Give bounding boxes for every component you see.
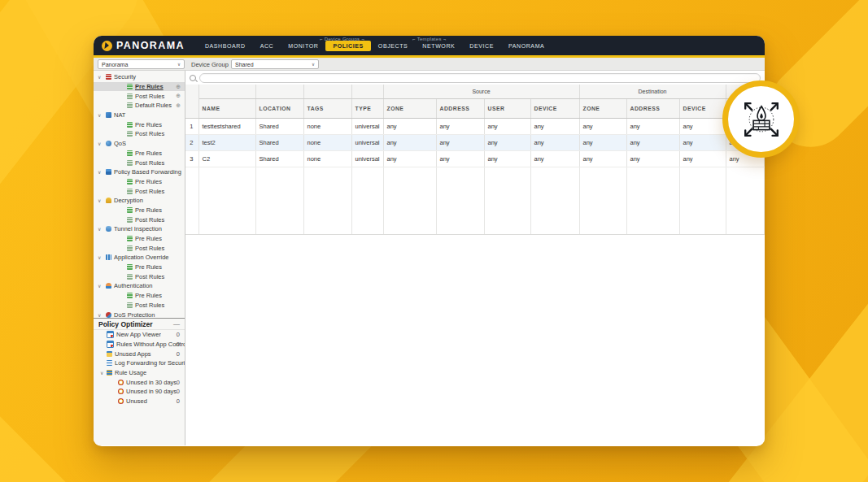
chevron-down-icon[interactable]	[100, 370, 107, 376]
tab-policies[interactable]: POLICIES	[325, 41, 370, 51]
device-groups-bracket-label: ⌐ Device Groups ¬	[320, 37, 364, 41]
tree-item-qos[interactable]: QoS	[94, 139, 185, 149]
top-nav-bar: PANORAMA DASHBOARDACCMONITORPOLICIESOBJE…	[94, 36, 765, 55]
tree-item-authentication[interactable]: Authentication	[94, 281, 185, 291]
tab-network[interactable]: NETWORK	[415, 41, 462, 51]
tree-item-pre-rules[interactable]: Pre Rules	[94, 263, 185, 272]
policy-optimizer-list: New App Viewer 0 Rules Without App Contr…	[94, 330, 185, 406]
device-group-select[interactable]: Shared ∨	[231, 59, 319, 69]
tree-item-pre-rules[interactable]: Pre Rules	[94, 291, 185, 301]
rules-main-panel: Source Destination NAME LOCATION TAGS TY…	[185, 71, 765, 445]
table-row[interactable]: 2 test2 Shared none universal any any an…	[185, 135, 765, 151]
tab-acc[interactable]: ACC	[253, 41, 281, 51]
tree-item-tunnel-inspection[interactable]: Tunnel Inspection	[94, 224, 185, 234]
optimizer-item-log-forwarding-for-security-se[interactable]: Log Forwarding for Security Se	[94, 358, 185, 368]
tree-item-nat[interactable]: NAT	[94, 111, 185, 120]
tab-objects[interactable]: OBJECTS	[371, 41, 415, 51]
tree-item-post-rules[interactable]: Post Rules	[94, 91, 185, 101]
col-src-device[interactable]: DEVICE	[530, 99, 579, 119]
chevron-down-icon[interactable]	[98, 141, 106, 146]
table-row[interactable]: 1 testtestshared Shared none universal a…	[185, 119, 765, 135]
plus-circle-icon[interactable]	[176, 84, 181, 90]
policy-sidebar: Security Pre Rules Post Rules	[94, 71, 185, 445]
tree-item-policy-based-forwarding[interactable]: Policy Based Forwarding	[94, 167, 185, 177]
tree-item-pre-rules[interactable]: Pre Rules	[94, 206, 185, 215]
collapse-icon[interactable]: —	[173, 320, 180, 328]
tree-item-post-rules[interactable]: Post Rules	[94, 243, 185, 253]
tree-item-dos-protection[interactable]: DoS Protection	[94, 310, 185, 318]
rule-name-link[interactable]: C2	[198, 151, 255, 167]
chevron-down-icon[interactable]	[98, 226, 106, 232]
tree-item-pre-rules[interactable]: Pre Rules	[94, 82, 185, 92]
device-group-label: Device Group	[191, 61, 229, 68]
rule-name-link[interactable]: testtestshared	[198, 119, 255, 135]
tree-item-post-rules[interactable]: Post Rules	[94, 186, 185, 196]
tree-item-pre-rules[interactable]: Pre Rules	[94, 149, 185, 158]
col-dst-device[interactable]: DEVICE	[679, 99, 726, 119]
chevron-down-icon[interactable]	[98, 169, 106, 175]
panorama-logo-icon	[102, 41, 112, 51]
optimizer-item-unused[interactable]: Unused 0	[94, 397, 185, 406]
col-location[interactable]: LOCATION	[255, 99, 303, 119]
table-group-header-row: Source Destination	[185, 85, 765, 99]
plus-circle-icon[interactable]	[176, 102, 181, 109]
col-dst-address[interactable]: ADDRESS	[626, 99, 679, 119]
table-row[interactable]: 3 C2 Shared none universal any any any a…	[185, 151, 765, 167]
tree-item-default-rules[interactable]: Default Rules	[94, 101, 185, 111]
optimizer-icon	[107, 331, 114, 338]
table-empty-area	[185, 167, 765, 235]
tree-item-security[interactable]: Security	[94, 72, 185, 82]
col-name[interactable]: NAME	[198, 99, 255, 119]
optimizer-icon	[107, 360, 112, 366]
tree-item-pre-rules[interactable]: Pre Rules	[94, 177, 185, 187]
col-src-zone[interactable]: ZONE	[383, 99, 436, 119]
optimizer-item-rules-without-app-controls[interactable]: Rules Without App Controls 0	[94, 340, 185, 350]
optimizer-item-unused-apps[interactable]: Unused Apps 0	[94, 349, 185, 358]
chevron-down-icon[interactable]	[98, 254, 106, 260]
tab-device[interactable]: DEVICE	[462, 41, 501, 51]
context-select[interactable]: Panorama ∨	[98, 59, 185, 69]
tree-item-post-rules[interactable]: Post Rules	[94, 215, 185, 224]
tags-link[interactable]: none	[303, 119, 351, 135]
tab-panorama[interactable]: PANORAMA	[501, 41, 552, 51]
firewall-badge	[722, 80, 800, 158]
optimizer-item-unused-in-90-days[interactable]: Unused in 90 days 0	[94, 387, 185, 397]
tree-item-post-rules[interactable]: Post Rules	[94, 129, 185, 139]
context-toolbar: Panorama ∨ Device Group Shared ∨	[94, 58, 765, 71]
table-column-header-row: NAME LOCATION TAGS TYPE ZONE ADDRESS USE…	[185, 99, 765, 119]
chevron-down-icon[interactable]	[98, 283, 106, 289]
tags-link[interactable]: none	[303, 151, 351, 167]
tags-link[interactable]: none	[303, 135, 351, 151]
tree-icon	[127, 274, 133, 280]
chevron-down-icon[interactable]	[98, 74, 106, 80]
tab-dashboard[interactable]: DASHBOARD	[198, 41, 253, 51]
count-badge: 0	[177, 388, 180, 395]
col-src-user[interactable]: USER	[484, 99, 530, 119]
tab-monitor[interactable]: MONITOR	[281, 41, 325, 51]
plus-circle-icon[interactable]	[176, 93, 181, 99]
tree-item-post-rules[interactable]: Post Rules	[94, 271, 185, 281]
optimizer-item-unused-in-30-days[interactable]: Unused in 30 days 0	[94, 377, 185, 387]
count-badge: 0	[177, 397, 180, 405]
col-type[interactable]: TYPE	[351, 99, 383, 119]
chevron-down-icon[interactable]	[98, 112, 106, 118]
tree-item-decryption[interactable]: Decryption	[94, 196, 185, 206]
panorama-window: PANORAMA DASHBOARDACCMONITORPOLICIESOBJE…	[94, 36, 765, 446]
tree-item-post-rules[interactable]: Post Rules	[94, 301, 185, 310]
optimizer-item-rule-usage[interactable]: Rule Usage	[94, 368, 185, 378]
search-input[interactable]	[199, 73, 761, 83]
tree-item-pre-rules[interactable]: Pre Rules	[94, 234, 185, 244]
tree-item-pre-rules[interactable]: Pre Rules	[94, 119, 185, 129]
col-tags[interactable]: TAGS	[303, 99, 351, 119]
chevron-down-icon[interactable]	[98, 198, 106, 203]
col-dst-zone[interactable]: ZONE	[579, 99, 626, 119]
chevron-down-icon[interactable]	[98, 312, 106, 318]
rule-name-link[interactable]: test2	[198, 135, 255, 151]
tree-icon	[127, 264, 133, 270]
tree-item-application-override[interactable]: Application Override	[94, 253, 185, 263]
tree-icon	[106, 226, 111, 232]
tree-icon	[127, 102, 133, 108]
tree-item-post-rules[interactable]: Post Rules	[94, 158, 185, 167]
col-src-address[interactable]: ADDRESS	[436, 99, 484, 119]
optimizer-item-new-app-viewer[interactable]: New App Viewer 0	[94, 330, 185, 340]
